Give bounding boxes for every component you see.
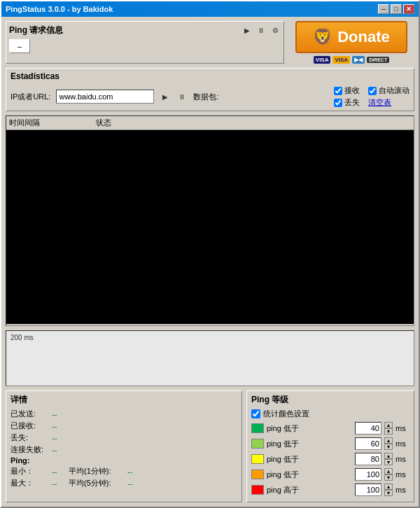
level-text-2: ping 低于 (267, 454, 352, 465)
estadisticas-title: Estadísticas (10, 71, 410, 81)
level-input-2[interactable] (355, 453, 382, 465)
ping-request-panel: Ping 请求信息 ▶ ⏸ ⚙ – (6, 21, 284, 64)
max-key: 最大： (10, 478, 49, 488)
donate-button[interactable]: 🦁 Donate (295, 21, 407, 53)
pause-button[interactable]: ⏸ (255, 25, 267, 36)
details-title: 详情 (10, 394, 237, 406)
stat-color-checkbox[interactable] (251, 409, 260, 418)
ping-level-panel: Ping 等级 统计颜色设置 ping 低于 ▲ ▼ ms ping 低于 ▲ (246, 390, 414, 502)
min-key: 最小： (10, 466, 49, 477)
avg5-val: -- (127, 479, 132, 488)
direct-badge: DIRECT (367, 57, 389, 63)
settings-button[interactable]: ⚙ (270, 25, 281, 36)
spin-up-4[interactable]: ▲ (384, 484, 393, 490)
ping-request-title: Ping 请求信息 (9, 24, 63, 36)
avg1-val: -- (127, 467, 132, 476)
spin-down-0[interactable]: ▼ (384, 428, 393, 435)
spin-down-1[interactable]: ▼ (384, 444, 393, 450)
level-ms-4: ms (396, 486, 410, 494)
received-val: -- (52, 422, 66, 430)
spinner-2: ▲ ▼ (384, 453, 393, 465)
close-button[interactable]: ✕ (403, 4, 414, 14)
estadisticas-row: IP或者URL: ▶ ⏸ 数据包: 接收 丢失 (10, 85, 410, 108)
visa2-badge: VISA (332, 56, 350, 64)
level-ms-2: ms (396, 455, 410, 463)
min-val: -- (52, 467, 66, 476)
level-text-0: ping 低于 (267, 423, 352, 434)
lose-label: 丢失 (344, 97, 360, 108)
spin-down-2[interactable]: ▼ (384, 459, 393, 465)
packs-label: 数据包: (193, 92, 218, 102)
pause-button-2[interactable]: ⏸ (176, 91, 188, 102)
avg5-label: 平均(5分钟): (69, 478, 125, 488)
ping-level-title: Ping 等级 (251, 394, 410, 406)
bottom-section: 详情 已发送: -- 已接收: -- 丢失: -- 连接失败: -- (6, 390, 414, 502)
spin-down-4[interactable]: ▼ (384, 490, 393, 496)
spin-up-3[interactable]: ▲ (384, 468, 393, 474)
min-row: 最小： -- 平均(1分钟): -- (10, 466, 237, 477)
ping-level-row-4: ping 高于 ▲ ▼ ms (251, 484, 410, 496)
ping-request-header: Ping 请求信息 ▶ ⏸ ⚙ (9, 24, 281, 36)
level-rows: ping 低于 ▲ ▼ ms ping 低于 ▲ ▼ ms ping 低于 ▲ … (251, 422, 410, 496)
spin-up-2[interactable]: ▲ (384, 453, 393, 459)
lost-row: 丢失: -- (10, 432, 237, 443)
play-button[interactable]: ▶ (241, 25, 253, 36)
ping-title-row: Ping: (10, 456, 237, 465)
level-color-4 (251, 485, 264, 495)
ip-input[interactable] (56, 90, 154, 104)
maximize-button[interactable]: □ (391, 4, 402, 14)
ping-level-row-1: ping 低于 ▲ ▼ ms (251, 437, 410, 450)
ping-title: Ping: (10, 456, 49, 465)
level-color-3 (251, 470, 264, 479)
level-ms-3: ms (396, 470, 410, 479)
lost-key: 丢失: (10, 432, 49, 443)
spinner-0: ▲ ▼ (384, 422, 393, 435)
visa-badge: VISA (314, 56, 331, 64)
table-header: 时间间隔 状态 (6, 116, 414, 130)
stat-color-label: 统计颜色设置 (263, 409, 309, 419)
minimize-button[interactable]: ─ (378, 4, 389, 14)
donate-payment-methods: VISA VISA ▶◀ DIRECT (314, 56, 389, 64)
main-content: Ping 请求信息 ▶ ⏸ ⚙ – 🦁 Donate (1, 17, 419, 507)
clear-table-link[interactable]: 清空表 (368, 97, 391, 108)
donate-panel: 🦁 Donate VISA VISA ▶◀ DIRECT (288, 21, 414, 64)
level-input-0[interactable] (355, 422, 382, 435)
receive-label: 接收 (344, 85, 360, 96)
ping-request-controls: ▶ ⏸ ⚙ (241, 25, 281, 36)
spin-up-0[interactable]: ▲ (384, 422, 393, 428)
received-row: 已接收: -- (10, 421, 237, 431)
spinner-3: ▲ ▼ (384, 468, 393, 481)
ping-tab-item[interactable]: – (9, 39, 30, 53)
level-text-1: ping 低于 (267, 439, 352, 449)
window-title: PingStatus 3.0.0 - by Bakidok (6, 5, 113, 13)
autoscroll-label: 自动滚动 (379, 85, 410, 96)
level-ms-1: ms (396, 439, 410, 448)
table-container: 时间间隔 状态 (6, 115, 414, 326)
level-input-1[interactable] (355, 437, 382, 450)
amex-badge: ▶◀ (352, 56, 365, 64)
level-color-0 (251, 423, 264, 433)
stat-color-row: 统计颜色设置 (251, 409, 410, 419)
lose-checkbox[interactable] (334, 99, 342, 107)
title-bar: PingStatus 3.0.0 - by Bakidok ─ □ ✕ (1, 1, 419, 17)
avg1-label: 平均(1分钟): (69, 466, 125, 477)
failed-row: 连接失败: -- (10, 444, 237, 455)
ping-tabs: – (9, 39, 281, 53)
lost-val: -- (52, 434, 66, 442)
right-checkboxes: 自动滚动 清空表 (368, 85, 410, 108)
ip-label: IP或者URL: (10, 92, 50, 102)
level-input-4[interactable] (355, 484, 382, 496)
spin-down-3[interactable]: ▼ (384, 474, 393, 481)
table-body (6, 130, 414, 324)
spin-up-1[interactable]: ▲ (384, 437, 393, 444)
max-val: -- (52, 479, 66, 488)
window-controls: ─ □ ✕ (378, 4, 414, 14)
details-panel: 详情 已发送: -- 已接收: -- 丢失: -- 连接失败: -- (6, 390, 242, 502)
top-section: Ping 请求信息 ▶ ⏸ ⚙ – 🦁 Donate (6, 21, 414, 64)
chart-label: 200 ms (10, 334, 34, 341)
sent-val: -- (52, 410, 66, 418)
level-input-3[interactable] (355, 468, 382, 481)
autoscroll-checkbox[interactable] (368, 87, 377, 95)
play-button-2[interactable]: ▶ (160, 91, 171, 102)
receive-checkbox[interactable] (334, 87, 342, 95)
